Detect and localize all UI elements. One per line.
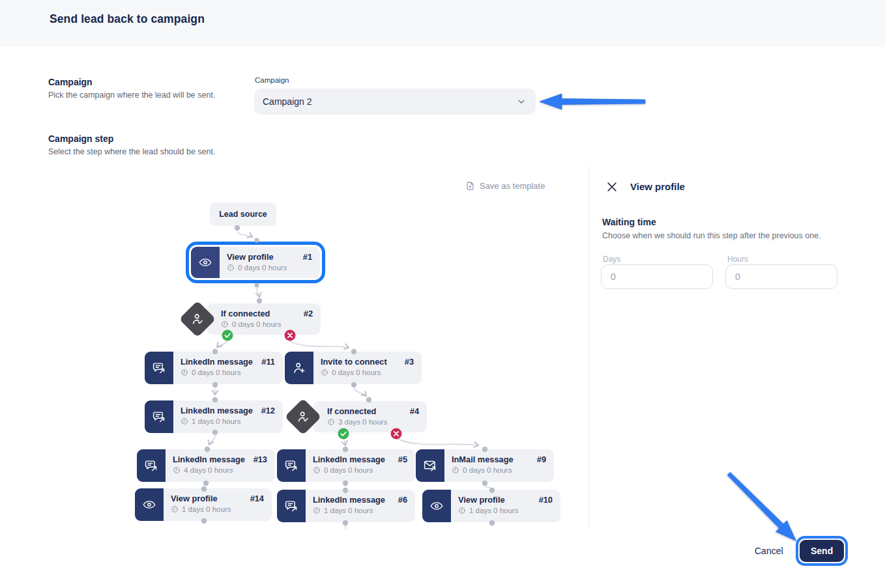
node-wait: 3 days 0 hours — [338, 418, 387, 426]
node-title: LinkedIn message — [181, 357, 253, 367]
flow-node-if-connected-4[interactable]: If connected#4 3 days 0 hours — [313, 401, 427, 432]
node-title: LinkedIn message — [181, 406, 253, 415]
campaign-select-value: Campaign 2 — [263, 96, 516, 107]
flow-node-linkedin-message-6[interactable]: LinkedIn message#6 1 days 0 hours — [277, 490, 415, 522]
node-number: #4 — [410, 406, 419, 416]
node-number: #2 — [304, 309, 313, 318]
person-plus-icon — [285, 352, 313, 384]
node-number: #3 — [405, 357, 414, 367]
campaign-select[interactable]: Campaign 2 — [254, 89, 536, 115]
annotation-arrow-send — [722, 467, 803, 548]
flow-node-linkedin-message-13[interactable]: LinkedIn message#13 4 days 0 hours — [137, 449, 275, 482]
flow-node-if-connected-2[interactable]: If connected#2 0 days 0 hours — [207, 303, 321, 335]
eye-icon — [135, 488, 164, 521]
waiting-time-description: Choose when we should run this step afte… — [602, 231, 821, 240]
clock-icon — [321, 369, 328, 376]
clock-icon — [452, 466, 459, 474]
node-wait: 1 days 0 hours — [192, 417, 240, 425]
campaign-step-section-desc: Select the step where the lead should be… — [48, 147, 215, 156]
node-wait: 0 days 0 hours — [324, 466, 373, 474]
clock-icon — [458, 507, 466, 514]
clock-icon — [327, 418, 335, 426]
node-title: View profile — [171, 494, 218, 503]
hours-label: Hours — [727, 255, 748, 264]
page-title: Send lead back to campaign — [50, 12, 205, 26]
save-as-template-button[interactable]: Save as template — [465, 181, 545, 191]
chevron-down-icon — [516, 96, 527, 107]
clock-icon — [313, 507, 321, 514]
node-number: #14 — [250, 494, 264, 503]
send-button-highlight: Send — [796, 536, 848, 566]
days-label: Days — [603, 255, 620, 264]
flow-node-linkedin-message-11[interactable]: LinkedIn message#11 0 days 0 hours — [145, 352, 283, 384]
node-wait: 0 days 0 hours — [232, 320, 281, 328]
clock-icon — [173, 466, 181, 474]
file-plus-icon — [465, 181, 475, 191]
flow-node-invite-to-connect-3[interactable]: Invite to connect#3 0 days 0 hours — [285, 352, 422, 384]
flow-node-linkedin-message-12[interactable]: LinkedIn message#12 1 days 0 hours — [145, 400, 283, 433]
node-title: View profile — [458, 495, 505, 505]
node-number: #6 — [398, 495, 407, 505]
flow-node-inmail-message-9[interactable]: InMail message#9 0 days 0 hours — [416, 449, 554, 482]
clock-icon — [171, 505, 179, 513]
node-wait: 1 days 0 hours — [182, 505, 231, 513]
chat-arrow-icon — [145, 352, 173, 384]
node-wait: 0 days 0 hours — [192, 369, 240, 376]
node-title: Invite to connect — [321, 357, 387, 367]
node-wait: 0 days 0 hours — [332, 369, 381, 376]
chat-arrow-icon — [277, 490, 306, 522]
flow-node-linkedin-message-5[interactable]: LinkedIn message#5 0 days 0 hours — [277, 449, 415, 482]
close-icon[interactable] — [605, 180, 618, 193]
node-title: LinkedIn message — [173, 455, 245, 464]
node-title: LinkedIn message — [313, 455, 385, 464]
chat-arrow-icon — [277, 449, 306, 482]
node-number: #13 — [254, 455, 267, 464]
node-number: #1 — [303, 252, 312, 262]
campaign-step-section-label: Campaign step — [48, 133, 113, 144]
node-title: View profile — [227, 252, 274, 262]
node-wait: 4 days 0 hours — [184, 466, 233, 474]
campaign-section-label: Campaign — [48, 77, 93, 87]
clock-icon — [181, 417, 188, 425]
node-wait: 1 days 0 hours — [324, 507, 373, 514]
annotation-arrow-campaign — [538, 93, 646, 110]
node-number: #10 — [539, 495, 553, 505]
node-number: #5 — [398, 455, 407, 464]
hours-input[interactable] — [725, 264, 837, 289]
clock-icon — [227, 264, 235, 272]
send-button[interactable]: Send — [800, 540, 844, 562]
selected-node-ring: View profile#1 0 days 0 hours — [186, 242, 325, 283]
campaign-section-desc: Pick the campaign where the lead will be… — [48, 91, 215, 100]
lead-source-label: Lead source — [219, 210, 267, 219]
eye-icon — [422, 490, 451, 522]
panel-title: View profile — [630, 181, 685, 192]
campaign-select-label: Campaign — [255, 76, 289, 84]
node-title: InMail message — [452, 455, 514, 464]
save-as-template-label: Save as template — [480, 181, 545, 191]
days-input[interactable] — [601, 264, 713, 289]
waiting-time-heading: Waiting time — [602, 217, 656, 227]
send-lead-modal: Send lead back to campaign Campaign Pick… — [0, 0, 885, 588]
cancel-button[interactable]: Cancel — [755, 546, 783, 556]
flow-node-view-profile-14[interactable]: View profile#14 1 days 0 hours — [135, 488, 272, 521]
node-wait: 1 days 0 hours — [469, 507, 518, 514]
node-wait: 0 days 0 hours — [238, 264, 287, 272]
node-number: #11 — [261, 357, 275, 367]
chat-arrow-icon — [137, 449, 166, 482]
node-title: If connected — [221, 309, 270, 318]
flow-node-view-profile-1[interactable]: View profile#1 0 days 0 hours — [191, 247, 320, 278]
envelope-arrow-icon — [416, 449, 444, 482]
node-wait: 0 days 0 hours — [463, 466, 512, 474]
flow-node-view-profile-10[interactable]: View profile#10 1 days 0 hours — [422, 490, 560, 522]
node-number: #12 — [261, 406, 275, 415]
clock-icon — [313, 466, 321, 474]
eye-icon — [191, 247, 220, 278]
flow-node-lead-source[interactable]: Lead source — [210, 203, 276, 226]
chat-arrow-icon — [145, 400, 173, 433]
node-title: If connected — [327, 406, 376, 416]
node-number: #9 — [537, 455, 546, 464]
clock-icon — [221, 320, 229, 328]
flow-panel-divider — [588, 166, 589, 529]
clock-icon — [181, 369, 188, 376]
node-title: LinkedIn message — [313, 495, 385, 505]
